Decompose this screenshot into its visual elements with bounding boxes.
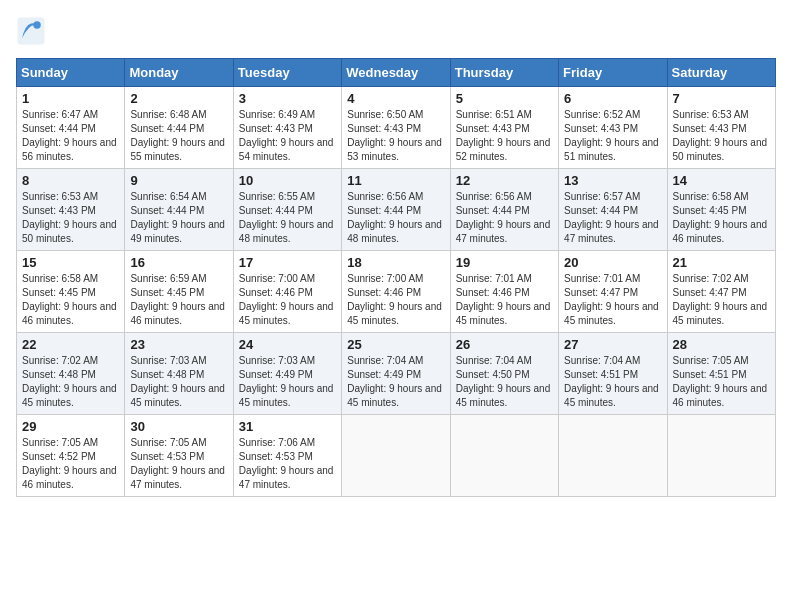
calendar-cell: 15Sunrise: 6:58 AMSunset: 4:45 PMDayligh… bbox=[17, 251, 125, 333]
col-header-saturday: Saturday bbox=[667, 59, 775, 87]
day-info: Sunrise: 7:05 AMSunset: 4:51 PMDaylight:… bbox=[673, 354, 770, 410]
calendar-cell bbox=[342, 415, 450, 497]
calendar-cell: 21Sunrise: 7:02 AMSunset: 4:47 PMDayligh… bbox=[667, 251, 775, 333]
day-info: Sunrise: 6:50 AMSunset: 4:43 PMDaylight:… bbox=[347, 108, 444, 164]
svg-point-1 bbox=[33, 21, 41, 29]
calendar-cell: 8Sunrise: 6:53 AMSunset: 4:43 PMDaylight… bbox=[17, 169, 125, 251]
calendar-cell: 9Sunrise: 6:54 AMSunset: 4:44 PMDaylight… bbox=[125, 169, 233, 251]
calendar-cell: 11Sunrise: 6:56 AMSunset: 4:44 PMDayligh… bbox=[342, 169, 450, 251]
calendar-cell: 12Sunrise: 6:56 AMSunset: 4:44 PMDayligh… bbox=[450, 169, 558, 251]
calendar-cell: 5Sunrise: 6:51 AMSunset: 4:43 PMDaylight… bbox=[450, 87, 558, 169]
day-number: 26 bbox=[456, 337, 553, 352]
day-info: Sunrise: 7:02 AMSunset: 4:47 PMDaylight:… bbox=[673, 272, 770, 328]
day-info: Sunrise: 6:59 AMSunset: 4:45 PMDaylight:… bbox=[130, 272, 227, 328]
day-info: Sunrise: 7:02 AMSunset: 4:48 PMDaylight:… bbox=[22, 354, 119, 410]
day-info: Sunrise: 6:54 AMSunset: 4:44 PMDaylight:… bbox=[130, 190, 227, 246]
calendar-cell: 31Sunrise: 7:06 AMSunset: 4:53 PMDayligh… bbox=[233, 415, 341, 497]
calendar-cell: 10Sunrise: 6:55 AMSunset: 4:44 PMDayligh… bbox=[233, 169, 341, 251]
day-number: 31 bbox=[239, 419, 336, 434]
day-info: Sunrise: 7:01 AMSunset: 4:46 PMDaylight:… bbox=[456, 272, 553, 328]
day-number: 18 bbox=[347, 255, 444, 270]
day-number: 24 bbox=[239, 337, 336, 352]
day-info: Sunrise: 7:00 AMSunset: 4:46 PMDaylight:… bbox=[347, 272, 444, 328]
calendar-cell: 20Sunrise: 7:01 AMSunset: 4:47 PMDayligh… bbox=[559, 251, 667, 333]
day-info: Sunrise: 6:53 AMSunset: 4:43 PMDaylight:… bbox=[673, 108, 770, 164]
day-number: 27 bbox=[564, 337, 661, 352]
day-number: 8 bbox=[22, 173, 119, 188]
day-number: 22 bbox=[22, 337, 119, 352]
day-number: 16 bbox=[130, 255, 227, 270]
day-number: 1 bbox=[22, 91, 119, 106]
col-header-wednesday: Wednesday bbox=[342, 59, 450, 87]
day-info: Sunrise: 6:58 AMSunset: 4:45 PMDaylight:… bbox=[673, 190, 770, 246]
day-number: 6 bbox=[564, 91, 661, 106]
calendar-cell: 6Sunrise: 6:52 AMSunset: 4:43 PMDaylight… bbox=[559, 87, 667, 169]
day-info: Sunrise: 7:00 AMSunset: 4:46 PMDaylight:… bbox=[239, 272, 336, 328]
day-number: 10 bbox=[239, 173, 336, 188]
page-header bbox=[16, 16, 776, 46]
day-number: 2 bbox=[130, 91, 227, 106]
calendar-cell: 30Sunrise: 7:05 AMSunset: 4:53 PMDayligh… bbox=[125, 415, 233, 497]
day-number: 14 bbox=[673, 173, 770, 188]
day-number: 28 bbox=[673, 337, 770, 352]
day-info: Sunrise: 6:57 AMSunset: 4:44 PMDaylight:… bbox=[564, 190, 661, 246]
day-info: Sunrise: 7:05 AMSunset: 4:52 PMDaylight:… bbox=[22, 436, 119, 492]
calendar-cell: 23Sunrise: 7:03 AMSunset: 4:48 PMDayligh… bbox=[125, 333, 233, 415]
day-info: Sunrise: 6:51 AMSunset: 4:43 PMDaylight:… bbox=[456, 108, 553, 164]
calendar-cell: 19Sunrise: 7:01 AMSunset: 4:46 PMDayligh… bbox=[450, 251, 558, 333]
day-info: Sunrise: 7:04 AMSunset: 4:49 PMDaylight:… bbox=[347, 354, 444, 410]
day-number: 4 bbox=[347, 91, 444, 106]
day-info: Sunrise: 6:56 AMSunset: 4:44 PMDaylight:… bbox=[347, 190, 444, 246]
day-info: Sunrise: 6:55 AMSunset: 4:44 PMDaylight:… bbox=[239, 190, 336, 246]
calendar-cell: 29Sunrise: 7:05 AMSunset: 4:52 PMDayligh… bbox=[17, 415, 125, 497]
calendar-cell: 26Sunrise: 7:04 AMSunset: 4:50 PMDayligh… bbox=[450, 333, 558, 415]
day-number: 23 bbox=[130, 337, 227, 352]
logo bbox=[16, 16, 50, 46]
day-number: 19 bbox=[456, 255, 553, 270]
calendar-cell: 22Sunrise: 7:02 AMSunset: 4:48 PMDayligh… bbox=[17, 333, 125, 415]
day-number: 7 bbox=[673, 91, 770, 106]
day-number: 11 bbox=[347, 173, 444, 188]
day-info: Sunrise: 6:49 AMSunset: 4:43 PMDaylight:… bbox=[239, 108, 336, 164]
calendar-cell bbox=[667, 415, 775, 497]
calendar-cell: 28Sunrise: 7:05 AMSunset: 4:51 PMDayligh… bbox=[667, 333, 775, 415]
calendar-cell: 16Sunrise: 6:59 AMSunset: 4:45 PMDayligh… bbox=[125, 251, 233, 333]
day-number: 9 bbox=[130, 173, 227, 188]
day-info: Sunrise: 7:04 AMSunset: 4:50 PMDaylight:… bbox=[456, 354, 553, 410]
col-header-sunday: Sunday bbox=[17, 59, 125, 87]
logo-icon bbox=[16, 16, 46, 46]
col-header-tuesday: Tuesday bbox=[233, 59, 341, 87]
day-number: 21 bbox=[673, 255, 770, 270]
day-info: Sunrise: 6:48 AMSunset: 4:44 PMDaylight:… bbox=[130, 108, 227, 164]
calendar-cell: 13Sunrise: 6:57 AMSunset: 4:44 PMDayligh… bbox=[559, 169, 667, 251]
calendar-cell: 14Sunrise: 6:58 AMSunset: 4:45 PMDayligh… bbox=[667, 169, 775, 251]
day-number: 20 bbox=[564, 255, 661, 270]
day-number: 17 bbox=[239, 255, 336, 270]
day-info: Sunrise: 7:03 AMSunset: 4:48 PMDaylight:… bbox=[130, 354, 227, 410]
calendar-cell: 7Sunrise: 6:53 AMSunset: 4:43 PMDaylight… bbox=[667, 87, 775, 169]
day-number: 12 bbox=[456, 173, 553, 188]
day-number: 5 bbox=[456, 91, 553, 106]
day-info: Sunrise: 6:58 AMSunset: 4:45 PMDaylight:… bbox=[22, 272, 119, 328]
svg-rect-0 bbox=[18, 18, 45, 45]
calendar-cell: 2Sunrise: 6:48 AMSunset: 4:44 PMDaylight… bbox=[125, 87, 233, 169]
day-info: Sunrise: 7:01 AMSunset: 4:47 PMDaylight:… bbox=[564, 272, 661, 328]
calendar-cell bbox=[559, 415, 667, 497]
day-info: Sunrise: 7:06 AMSunset: 4:53 PMDaylight:… bbox=[239, 436, 336, 492]
calendar-cell: 18Sunrise: 7:00 AMSunset: 4:46 PMDayligh… bbox=[342, 251, 450, 333]
day-number: 13 bbox=[564, 173, 661, 188]
day-number: 29 bbox=[22, 419, 119, 434]
col-header-friday: Friday bbox=[559, 59, 667, 87]
day-number: 25 bbox=[347, 337, 444, 352]
day-info: Sunrise: 6:47 AMSunset: 4:44 PMDaylight:… bbox=[22, 108, 119, 164]
calendar-table: SundayMondayTuesdayWednesdayThursdayFrid… bbox=[16, 58, 776, 497]
day-info: Sunrise: 6:56 AMSunset: 4:44 PMDaylight:… bbox=[456, 190, 553, 246]
calendar-cell: 24Sunrise: 7:03 AMSunset: 4:49 PMDayligh… bbox=[233, 333, 341, 415]
calendar-cell bbox=[450, 415, 558, 497]
col-header-monday: Monday bbox=[125, 59, 233, 87]
day-info: Sunrise: 7:03 AMSunset: 4:49 PMDaylight:… bbox=[239, 354, 336, 410]
calendar-cell: 4Sunrise: 6:50 AMSunset: 4:43 PMDaylight… bbox=[342, 87, 450, 169]
calendar-cell: 3Sunrise: 6:49 AMSunset: 4:43 PMDaylight… bbox=[233, 87, 341, 169]
day-number: 30 bbox=[130, 419, 227, 434]
day-info: Sunrise: 7:04 AMSunset: 4:51 PMDaylight:… bbox=[564, 354, 661, 410]
